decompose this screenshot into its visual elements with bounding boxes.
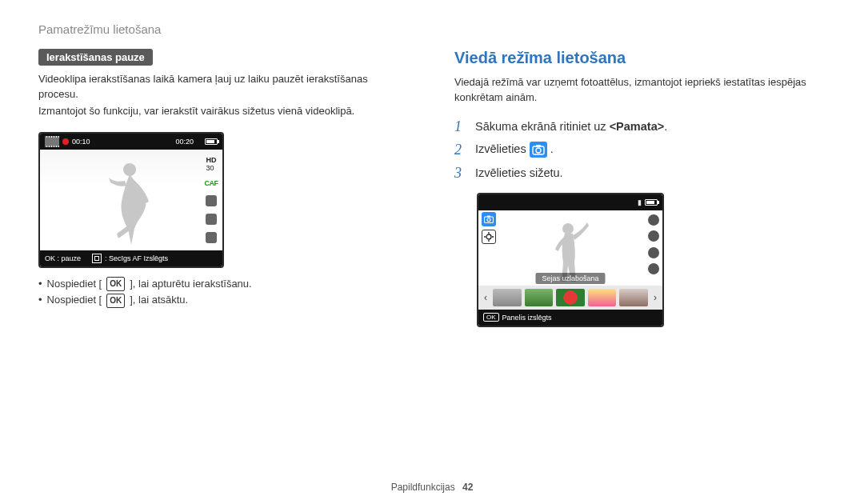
lcd-right-icons [648,212,659,278]
paragraph: Videoklipa ierakstīšanas laikā kamera ļa… [38,72,410,102]
thumbnail[interactable] [556,289,585,306]
film-icon [45,137,59,146]
hd-label: HD30 [206,156,217,172]
smart-mode-icon [482,212,496,226]
paragraph: Izmantojot šo funkciju, var ierakstīt va… [38,104,410,119]
target-icon [482,230,496,244]
scene-label: Sejas uzlabošana [535,273,605,284]
mode-icon [648,247,659,258]
step-number: 2 [454,142,467,158]
elapsed-time: 00:10 [72,138,90,146]
bullet-list: Nospiediet [ OK ], lai apturētu ierakstī… [38,276,410,310]
ok-key-icon: OK [106,294,125,308]
scroll-left-icon[interactable]: ‹ [482,292,490,303]
page-number: 42 [462,482,473,493]
panel-off-label: Panelis izslēgts [502,314,552,322]
camera-lcd-recording: 00:10 00:20 HD30 CAF [38,132,224,268]
paragraph: Viedajā režīmā var uzņemt fotoattēlus, i… [454,75,826,106]
lcd-top-bar: ▮ [478,194,662,210]
svg-rect-6 [487,215,490,217]
mode-icon [206,232,217,243]
ok-key-icon: OK [483,313,499,322]
subsection-tag: Ierakstīšanas pauze [38,49,153,66]
battery-icon [205,138,218,145]
svg-point-0 [123,163,136,176]
mode-icon [648,263,659,274]
total-time: 00:20 [175,138,194,146]
step-1: 1 Sākuma ekrānā ritiniet uz <Pamata>. [454,118,826,135]
battery-icon [645,199,658,206]
record-dot-icon [62,138,69,145]
ordered-steps: 1 Sākuma ekrānā ritiniet uz <Pamata>. 2 … [454,118,826,182]
step-number: 1 [454,118,467,135]
lcd-bottom-bar: OK : pauze : Secīgs AF Izslēgts [40,250,222,266]
svg-rect-3 [536,145,541,147]
lcd-left-icons [482,212,496,244]
thumbnail[interactable] [619,289,648,306]
footer-label: Papildfunkcijas [391,482,455,493]
smart-mode-icon [530,142,547,158]
thumbnail[interactable] [493,289,522,306]
heading: Viedā režīma lietošana [454,49,826,67]
scene-thumbnails: ‹ › [478,286,662,310]
dancer-silhouette [107,158,155,246]
left-column: Ierakstīšanas pauze Videoklipa ierakstīš… [38,49,410,327]
svg-point-8 [562,223,574,234]
svg-point-2 [536,148,541,153]
thumbnail[interactable] [525,289,554,306]
thumbnail[interactable] [588,289,617,306]
step-2: 2 Izvēlieties . [454,142,826,158]
step-number: 3 [454,165,467,182]
svg-point-7 [486,234,491,239]
scroll-right-icon[interactable]: › [651,292,659,303]
mode-icon [648,214,659,226]
af-off-label: : Secīgs AF Izslēgts [105,254,168,262]
mode-icon [648,230,659,242]
lcd-right-icons: HD30 CAF [203,153,219,247]
af-icon [92,254,102,263]
ok-pause-label: OK : pauze [45,254,81,262]
svg-point-5 [487,218,490,221]
lcd-top-bar: 00:10 00:20 [40,134,222,150]
camera-lcd-scene: ▮ [477,193,664,327]
lcd-bottom-bar: OK Panelis izslēgts [478,310,662,326]
caf-label: CAF [205,179,218,187]
body-text: Videoklipa ierakstīšanas laikā kamera ļa… [38,72,410,119]
right-column: Viedā režīma lietošana Viedajā režīmā va… [454,49,826,327]
step-3: 3 Izvēlieties sižetu. [454,165,826,182]
mode-icon [206,214,217,225]
svg-rect-4 [485,217,494,223]
list-item: Nospiediet [ OK ], lai apturētu ierakstī… [38,276,410,293]
list-item: Nospiediet [ OK ], lai atsāktu. [38,292,410,309]
section-header: Pamatrežīmu lietošana [38,22,826,36]
ok-key-icon: OK [106,277,125,291]
page-footer: Papildfunkcijas 42 [0,482,864,493]
body-text: Viedajā režīmā var uzņemt fotoattēlus, i… [454,75,826,106]
mode-icon [206,195,217,206]
